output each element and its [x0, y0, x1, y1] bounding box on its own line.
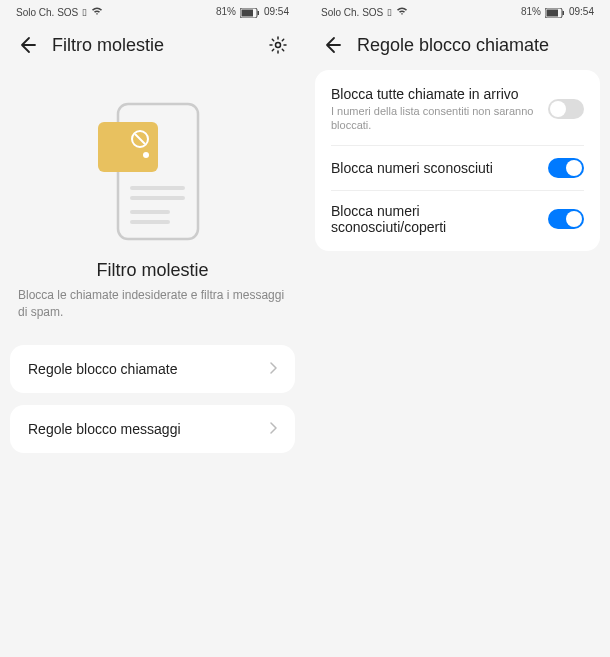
header: Filtro molestie [0, 24, 305, 70]
svg-rect-11 [130, 220, 170, 224]
sim-icon: ▯ [387, 7, 392, 17]
setting-title: Blocca tutte chiamate in arrivo [331, 86, 538, 102]
svg-rect-13 [546, 9, 558, 16]
battery-pct: 81% [216, 6, 236, 17]
svg-rect-14 [562, 11, 564, 15]
screen-harassment-filter: Solo Ch. SOS ▯ 81% 09:54 Filtro molestie [0, 0, 305, 657]
hero-title: Filtro molestie [0, 260, 305, 281]
toggle-block-unknown[interactable] [548, 158, 584, 178]
setting-title: Blocca numeri sconosciuti [331, 160, 538, 176]
back-button[interactable] [16, 34, 38, 56]
battery-icon [545, 6, 565, 17]
time-text: 09:54 [264, 6, 289, 17]
svg-rect-10 [130, 210, 170, 214]
svg-rect-2 [257, 11, 259, 15]
page-title: Filtro molestie [52, 35, 253, 56]
setting-block-all-incoming: Blocca tutte chiamate in arrivo I numeri… [315, 74, 600, 145]
battery-pct: 81% [521, 6, 541, 17]
status-bar: Solo Ch. SOS ▯ 81% 09:54 [305, 0, 610, 24]
illustration [0, 70, 305, 260]
toggle-block-hidden[interactable] [548, 209, 584, 229]
setting-title: Blocca numeri sconosciuti/coperti [331, 203, 538, 235]
setting-subtitle: I numeri della lista consentiti non sara… [331, 104, 538, 133]
settings-button[interactable] [267, 34, 289, 56]
page-title: Regole blocco chiamate [357, 35, 594, 56]
setting-block-unknown: Blocca numeri sconosciuti [315, 146, 600, 190]
hero-description: Blocca le chiamate indesiderate e filtra… [0, 287, 305, 321]
svg-rect-5 [98, 122, 158, 172]
setting-block-hidden: Blocca numeri sconosciuti/coperti [315, 191, 600, 247]
wifi-icon [91, 6, 103, 18]
battery-icon [240, 6, 260, 17]
settings-group: Blocca tutte chiamate in arrivo I numeri… [315, 70, 600, 251]
chevron-right-icon [269, 361, 277, 377]
back-button[interactable] [321, 34, 343, 56]
card-label: Regole blocco chiamate [28, 361, 177, 377]
sim-icon: ▯ [82, 7, 87, 17]
svg-point-7 [143, 152, 149, 158]
svg-point-3 [276, 43, 281, 48]
screen-call-block-rules: Solo Ch. SOS ▯ 81% 09:54 Regole blocco c… [305, 0, 610, 657]
carrier-text: Solo Ch. SOS [321, 7, 383, 18]
card-label: Regole blocco messaggi [28, 421, 181, 437]
wifi-icon [396, 6, 408, 18]
toggle-block-all[interactable] [548, 99, 584, 119]
time-text: 09:54 [569, 6, 594, 17]
chevron-right-icon [269, 421, 277, 437]
carrier-text: Solo Ch. SOS [16, 7, 78, 18]
card-call-block-rules[interactable]: Regole blocco chiamate [10, 345, 295, 393]
svg-rect-9 [130, 196, 185, 200]
status-bar: Solo Ch. SOS ▯ 81% 09:54 [0, 0, 305, 24]
svg-rect-1 [241, 9, 253, 16]
card-message-block-rules[interactable]: Regole blocco messaggi [10, 405, 295, 453]
svg-rect-8 [130, 186, 185, 190]
header: Regole blocco chiamate [305, 24, 610, 70]
